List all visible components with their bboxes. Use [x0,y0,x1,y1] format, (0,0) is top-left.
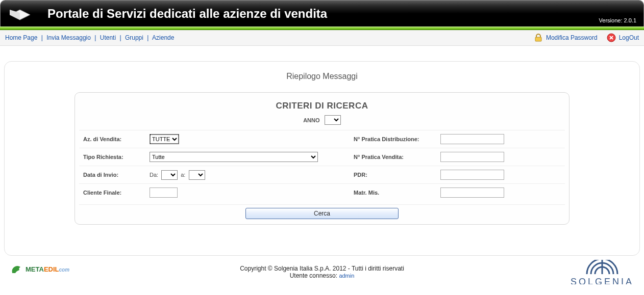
connected-user: Utente connesso: admin [5,272,639,279]
page-heading: Riepilogo Messaggi [10,72,634,81]
user-link[interactable]: admin [339,273,354,279]
accent-stripe [0,26,644,30]
cliente-finale-input[interactable] [150,187,178,198]
logo-text-com: com [59,267,70,273]
nav-utenti[interactable]: Utenti [100,34,116,41]
nav-home[interactable]: Home Page [5,34,37,41]
solgenia-logo: SOLGENIA [571,260,634,284]
matr-input[interactable] [440,187,504,198]
pdr-input[interactable] [440,170,504,180]
dragon-icon [10,262,24,276]
label-az-vendita: Az. di Vendita: [79,130,145,148]
version-label: Versione: 2.0.1 [599,17,636,23]
nav-sep: | [41,34,43,41]
arcs-icon [582,260,623,275]
anno-select[interactable] [325,115,341,125]
close-icon [607,33,616,42]
footer: METAEDILcom Copyright © Solgenia Italia … [0,262,644,284]
data-a-select[interactable] [189,170,205,180]
solgenia-text: SOLGENIA [571,277,634,284]
data-da-select[interactable] [161,170,178,180]
logo-text-edil: EDIL [44,265,59,273]
da-label: Da: [150,172,158,178]
nav-links: Home Page | Invia Messaggio | Utenti | G… [5,34,174,41]
nav-sep: | [119,34,121,41]
label-pratica-dist: N° Pratica Distribuzione: [350,130,436,148]
label-matr: Matr. Mis. [350,184,436,202]
nav-bar: Home Page | Invia Messaggio | Utenti | G… [0,30,644,46]
book-icon [8,6,32,22]
nav-invia[interactable]: Invia Messaggio [46,34,91,41]
header-bar: Portale di Servizi dedicati alle azienze… [0,0,644,26]
logout-label: LogOut [619,34,639,41]
anno-label: ANNO [303,117,319,123]
copyright: Copyright © Solgenia Italia S.p.A. 2012 … [5,265,639,272]
modify-password-label: Modifica Password [546,34,598,41]
pratica-dist-input[interactable] [440,134,504,144]
modify-password-link[interactable]: Modifica Password [534,33,598,42]
label-data-invio: Data di Invio: [79,166,145,184]
app-title: Portale di Servizi dedicati alle azienze… [47,7,327,21]
nav-aziende[interactable]: Aziende [152,34,174,41]
az-vendita-select[interactable]: TUTTE [150,134,179,144]
metaedil-logo: METAEDILcom [10,262,69,276]
a-label: a: [181,172,185,178]
panel-title: CRITERI DI RICERCA [79,101,565,111]
logout-link[interactable]: LogOut [607,33,639,42]
user-label: Utente connesso: [290,272,339,279]
label-tipo-richiesta: Tipo Richiesta: [79,148,145,166]
main-card: Riepilogo Messaggi CRITERI DI RICERCA AN… [4,61,640,256]
label-pratica-vend: N° Pratica Vendita: [350,148,436,166]
pratica-vend-input[interactable] [440,152,504,162]
label-pdr: PDR: [350,166,436,184]
logo-text-meta: META [26,265,44,273]
search-panel: CRITERI DI RICERCA ANNO Az. di Vendita: … [75,92,569,225]
nav-gruppi[interactable]: Gruppi [125,34,143,41]
tipo-richiesta-select[interactable]: Tutte [150,152,318,162]
svg-rect-2 [535,37,541,41]
lock-icon [534,33,543,42]
search-button[interactable]: Cerca [245,208,399,219]
label-cliente-finale: Cliente Finale: [79,184,145,202]
nav-sep: | [147,34,148,41]
nav-sep: | [94,34,96,41]
